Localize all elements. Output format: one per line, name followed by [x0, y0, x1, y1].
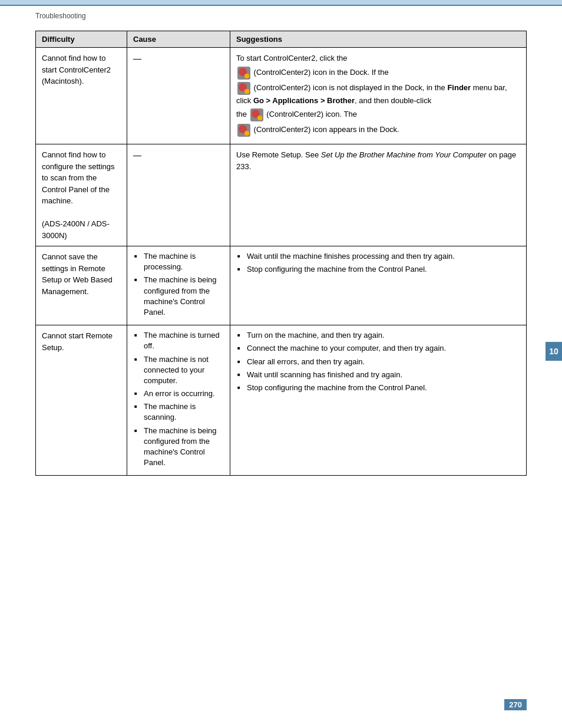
cause-cell: —: [127, 144, 230, 246]
controlcenter2-icon: [250, 108, 263, 121]
controlcenter2-icon: [237, 67, 250, 80]
main-table: Difficulty Cause Suggestions Cannot find…: [35, 31, 527, 476]
content-area: Difficulty Cause Suggestions Cannot find…: [0, 25, 562, 499]
suggestions-bullets: Wait until the machine finishes processi…: [236, 251, 520, 275]
header-suggestions: Suggestions: [230, 31, 527, 48]
table-row: Cannot save the settings in Remote Setup…: [36, 246, 527, 325]
table-row: Cannot find how to start ControlCenter2 …: [36, 48, 527, 144]
footer: 270: [504, 699, 527, 710]
difficulty-cell: Cannot find how to configure the setting…: [36, 144, 127, 246]
breadcrumb: Troubleshooting: [0, 6, 562, 25]
suggestions-cell: Use Remote Setup. See Set Up the Brother…: [230, 144, 527, 246]
controlcenter2-icon: [237, 124, 250, 137]
suggestions-cell: To start ControlCenter2, click the (Cont…: [230, 48, 527, 144]
cause-cell: —: [127, 48, 230, 144]
table-row: Cannot find how to configure the setting…: [36, 144, 527, 246]
difficulty-cell: Cannot save the settings in Remote Setup…: [36, 246, 127, 325]
controlcenter2-icon: [237, 82, 250, 95]
table-row: Cannot start Remote Setup. The machine i…: [36, 325, 527, 476]
header-difficulty: Difficulty: [36, 31, 127, 48]
difficulty-cell: Cannot find how to start ControlCenter2 …: [36, 48, 127, 144]
suggestions-cell: Turn on the machine, and then try again.…: [230, 325, 527, 476]
suggestions-content: To start ControlCenter2, click the (Cont…: [236, 52, 520, 137]
cause-cell: The machine is processing. The machine i…: [127, 246, 230, 325]
page-number: 270: [504, 699, 527, 710]
header-cause: Cause: [127, 31, 230, 48]
difficulty-cell: Cannot start Remote Setup.: [36, 325, 127, 476]
top-bar: [0, 0, 562, 5]
suggestions-cell: Wait until the machine finishes processi…: [230, 246, 527, 325]
cause-cell: The machine is turned off. The machine i…: [127, 325, 230, 476]
cause-bullets: The machine is processing. The machine i…: [133, 251, 224, 318]
suggestions-bullets: Turn on the machine, and then try again.…: [236, 330, 520, 393]
cause-bullets: The machine is turned off. The machine i…: [133, 330, 224, 468]
chapter-tab: 10: [546, 342, 562, 361]
